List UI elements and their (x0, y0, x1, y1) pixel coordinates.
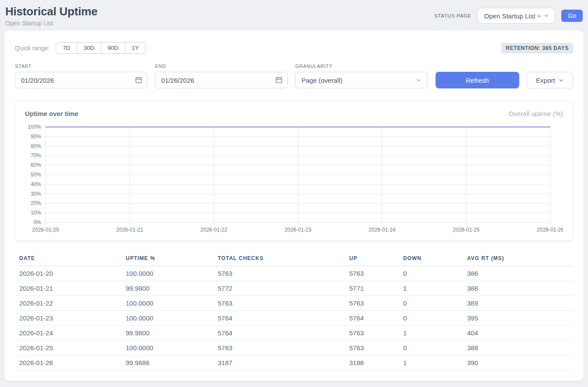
table-cell: 1 (399, 281, 463, 296)
refresh-button[interactable]: Refresh (436, 72, 519, 88)
quick-range-7d[interactable]: 7D (56, 42, 77, 54)
table-cell: 5771 (345, 281, 399, 296)
uptime-chart-card: Uptime over time Overall uptime (%) 0%10… (15, 101, 573, 241)
column-header: DOWN (399, 252, 463, 266)
table-cell: 100.0000 (121, 311, 213, 326)
table-cell: 99.9800 (121, 281, 213, 296)
chart-title: Uptime over time (25, 110, 78, 117)
granularity-select[interactable]: Page (overall) (295, 72, 428, 88)
header-title-block: Historical Uptime Open Startup List (5, 5, 97, 27)
svg-text:2026-01-26: 2026-01-26 (537, 227, 563, 233)
svg-text:70%: 70% (31, 152, 41, 158)
table-cell: 5763 (345, 341, 399, 355)
chevron-down-icon (558, 77, 564, 83)
table-cell: 100.0000 (121, 266, 213, 281)
svg-text:80%: 80% (31, 143, 41, 149)
table-row: 2026-01-25100.0000576357630388 (15, 341, 573, 355)
header-controls: STATUS PAGE Open Startup List × Go (434, 8, 583, 24)
table-cell: 2026-01-20 (15, 266, 121, 281)
table-cell: 100.0000 (121, 341, 213, 355)
granularity-field: GRANULARITY Page (overall) (295, 63, 428, 88)
svg-text:2026-01-23: 2026-01-23 (284, 227, 312, 233)
clear-icon[interactable]: × (537, 12, 541, 20)
table-cell: 1 (399, 326, 463, 341)
table-cell: 1 (399, 355, 463, 370)
uptime-table-body: 2026-01-20100.00005763576303862026-01-21… (15, 266, 573, 370)
column-header: AVG RT (MS) (463, 252, 573, 266)
svg-text:60%: 60% (31, 162, 41, 168)
column-header: DATE (15, 252, 121, 266)
start-date-field: START (15, 63, 148, 88)
filters-row: START END GRANULARITY Page (overall) (15, 63, 573, 88)
export-button[interactable]: Export (527, 72, 573, 88)
granularity-select-value: Page (overall) (301, 77, 342, 84)
table-cell: 5763 (345, 296, 399, 311)
end-date-label: END (155, 63, 288, 69)
quick-range-row: Quick range: 7D30D90D1Y RETENTION: 365 D… (15, 42, 573, 54)
table-cell: 99.9686 (121, 355, 213, 370)
table-cell: 5763 (213, 296, 345, 311)
chart-legend: Overall uptime (%) (509, 110, 563, 117)
svg-text:10%: 10% (31, 210, 41, 216)
table-row: 2026-01-2499.9800576457631404 (15, 326, 573, 341)
uptime-table: DATEUPTIME %TOTAL CHECKSUPDOWNAVG RT (MS… (15, 252, 573, 370)
quick-range-90d[interactable]: 90D (101, 42, 125, 54)
calendar-icon[interactable] (275, 76, 283, 85)
start-date-label: START (15, 63, 148, 69)
table-cell: 5763 (213, 341, 345, 355)
table-cell: 386 (463, 266, 573, 281)
table-cell: 5763 (345, 266, 399, 281)
export-button-label: Export (536, 77, 555, 84)
quick-range-1y[interactable]: 1Y (125, 42, 146, 54)
uptime-table-head-row: DATEUPTIME %TOTAL CHECKSUPDOWNAVG RT (MS… (15, 252, 573, 266)
granularity-label: GRANULARITY (295, 63, 428, 69)
table-cell: 388 (463, 281, 573, 296)
end-date-field: END (155, 63, 288, 88)
svg-text:30%: 30% (31, 191, 41, 197)
svg-text:2026-01-21: 2026-01-21 (116, 227, 143, 233)
svg-text:90%: 90% (31, 134, 41, 140)
table-cell: 100.0000 (121, 296, 213, 311)
retention-badge: RETENTION: 365 DAYS (501, 43, 573, 53)
status-page-select[interactable]: Open Startup List × (478, 8, 556, 24)
column-header: UP (345, 252, 399, 266)
svg-text:20%: 20% (31, 200, 41, 206)
table-cell: 0 (399, 341, 463, 355)
table-cell: 395 (463, 311, 573, 326)
page-title: Historical Uptime (5, 5, 97, 18)
table-cell: 99.9800 (121, 326, 213, 341)
table-cell: 0 (399, 296, 463, 311)
page-subtitle: Open Startup List (5, 20, 97, 27)
table-cell: 0 (399, 266, 463, 281)
quick-range-30d[interactable]: 30D (77, 42, 101, 54)
table-cell: 5764 (213, 311, 345, 326)
chevron-down-icon (415, 77, 422, 84)
svg-text:2026-01-20: 2026-01-20 (32, 227, 59, 233)
svg-text:100%: 100% (28, 124, 41, 130)
end-date-input[interactable] (155, 72, 288, 88)
table-cell: 2026-01-22 (15, 296, 121, 311)
table-cell: 2026-01-24 (15, 326, 121, 341)
status-page-label: STATUS PAGE (434, 13, 471, 18)
column-header: UPTIME % (121, 252, 213, 266)
start-date-input[interactable] (15, 72, 148, 88)
table-cell: 3186 (345, 355, 399, 370)
table-cell: 5763 (213, 266, 345, 281)
table-row: 2026-01-23100.0000576457640395 (15, 311, 573, 326)
table-cell: 388 (463, 341, 573, 355)
table-cell: 5772 (213, 281, 345, 296)
svg-text:2026-01-22: 2026-01-22 (200, 227, 227, 233)
table-cell: 390 (463, 355, 573, 370)
table-row: 2026-01-20100.0000576357630386 (15, 266, 573, 281)
svg-text:2026-01-24: 2026-01-24 (368, 227, 396, 233)
column-header: TOTAL CHECKS (213, 252, 345, 266)
calendar-icon[interactable] (135, 76, 142, 85)
svg-text:40%: 40% (31, 181, 41, 187)
table-cell: 389 (463, 296, 573, 311)
quick-range-group: 7D30D90D1Y (56, 42, 145, 54)
table-cell: 2026-01-25 (15, 341, 121, 355)
svg-text:0%: 0% (34, 219, 42, 225)
main-panel: Quick range: 7D30D90D1Y RETENTION: 365 D… (4, 31, 584, 381)
table-cell: 5764 (213, 326, 345, 341)
go-button[interactable]: Go (561, 10, 583, 22)
